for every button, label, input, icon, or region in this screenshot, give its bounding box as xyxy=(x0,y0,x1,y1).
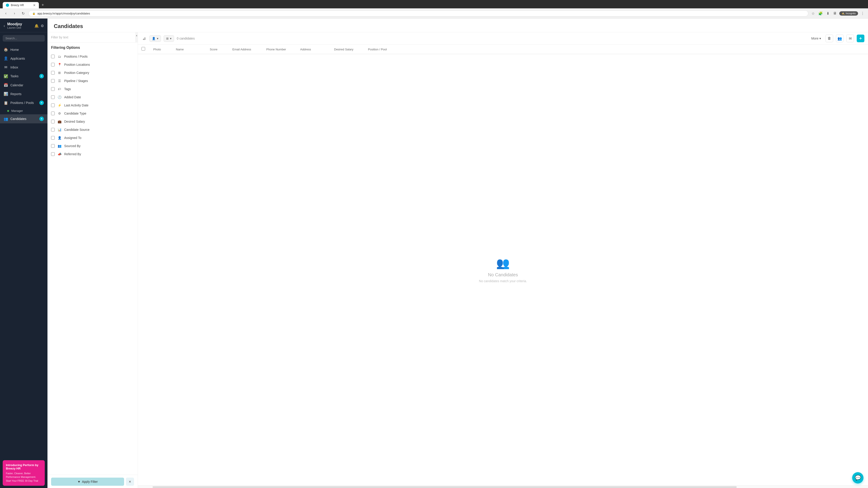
sidebar-item-home[interactable]: 🏠 Home xyxy=(0,45,48,54)
sidebar-item-label: Inbox xyxy=(10,66,18,69)
promo-card[interactable]: Introducing Perform by Breezy HR Faster,… xyxy=(3,460,45,486)
filter-checkbox-pipeline-stages[interactable] xyxy=(51,79,55,83)
filter-checkbox-positions-pools[interactable] xyxy=(51,55,55,58)
clear-filter-label: ✕ xyxy=(129,480,131,484)
tasks-badge: + xyxy=(39,74,44,78)
filter-checkbox-candidate-source[interactable] xyxy=(51,128,55,131)
grid-dropdown-arrow: ▾ xyxy=(170,37,172,40)
filter-option-pipeline-stages[interactable]: ☰ Pipeline / Stages xyxy=(48,77,138,85)
filter-option-position-locations[interactable]: 📍 Position Locations xyxy=(48,61,138,69)
url-text: app.breezy.hr/app/c/moodjoy/candidates xyxy=(37,12,90,15)
filter-checkbox-desired-salary[interactable] xyxy=(51,120,55,123)
tab-favicon xyxy=(6,4,9,7)
sidebar-item-candidates[interactable]: 👥 Candidates + xyxy=(0,114,48,123)
column-salary: Desired Salary xyxy=(331,48,365,51)
apply-filter-button[interactable]: ▼ Apply Filter xyxy=(51,478,124,486)
pipeline-icon: ☰ xyxy=(57,79,61,83)
reports-icon: 📊 xyxy=(4,92,8,96)
filter-option-desired-salary[interactable]: 💼 Desired Salary xyxy=(48,118,138,126)
filter-checkbox-last-activity[interactable] xyxy=(51,103,55,107)
filter-option-last-activity[interactable]: ⚡ Last Activity Date xyxy=(48,101,138,109)
tasks-icon: ✅ xyxy=(4,74,8,78)
more-button[interactable]: More ▾ xyxy=(809,36,823,41)
filter-text-input[interactable] xyxy=(48,32,135,42)
filter-checkbox-added-date[interactable] xyxy=(51,95,55,99)
clear-filter-button[interactable]: ✕ xyxy=(126,478,134,486)
assigned-icon: 👤 xyxy=(57,136,61,140)
column-address: Address xyxy=(298,48,331,51)
incognito-icon: 🕵 xyxy=(842,12,845,15)
person-dropdown-arrow: ▾ xyxy=(157,37,158,40)
incognito-label: Incognito xyxy=(846,12,856,15)
sidebar-item-positions-pools[interactable]: 📋 Positions / Pools + xyxy=(0,98,48,107)
filter-option-candidate-source[interactable]: 📊 Candidate Source xyxy=(48,126,138,134)
back-button[interactable]: ‹ xyxy=(3,10,9,17)
notification-icon[interactable]: 🔔 xyxy=(34,24,39,28)
tab-close-button[interactable]: ✕ xyxy=(33,3,36,7)
filter-option-label: Position Category xyxy=(64,71,89,74)
grid-view-dropdown[interactable]: ⊞ ▾ xyxy=(164,35,174,42)
filter-option-candidate-type[interactable]: ⚙ Candidate Type xyxy=(48,109,138,118)
filter-option-position-category[interactable]: ⊞ Position Category xyxy=(48,69,138,77)
chat-bubble-button[interactable]: 💬 xyxy=(852,472,864,484)
filter-option-sourced-by[interactable]: 👥 Sourced By xyxy=(48,142,138,150)
filter-option-tags[interactable]: 🏷 Tags xyxy=(48,85,138,93)
person-icon: 👤 xyxy=(152,37,156,40)
add-candidate-button[interactable]: + xyxy=(857,35,864,42)
apply-filter-label: Apply Filter xyxy=(82,480,98,484)
filter-option-referred-by[interactable]: 📣 Referred By xyxy=(48,150,138,158)
filter-option-added-date[interactable]: 🕐 Added Date xyxy=(48,93,138,101)
address-bar[interactable]: 🔒 app.breezy.hr/app/c/moodjoy/candidates xyxy=(29,10,808,17)
category-icon: ⊞ xyxy=(57,71,61,74)
filter-checkbox-candidate-type[interactable] xyxy=(51,111,55,115)
search-input[interactable] xyxy=(3,35,45,41)
scrollbar-thumb[interactable] xyxy=(153,486,737,488)
filter-checkbox-assigned-to[interactable] xyxy=(51,136,55,140)
incognito-badge: 🕵 Incognito xyxy=(839,11,858,15)
filter-option-positions-pools[interactable]: 🗂 Positions / Pools xyxy=(48,53,138,61)
filter-option-label: Candidate Source xyxy=(64,128,90,131)
sidebar-item-manager[interactable]: Manager xyxy=(4,107,48,114)
menu-icon[interactable]: ⋮ xyxy=(860,10,865,17)
settings-icon[interactable]: ⚙ xyxy=(41,24,44,28)
tags-icon: 🏷 xyxy=(57,87,61,91)
filter-checkbox-position-category[interactable] xyxy=(51,71,55,74)
person-view-dropdown[interactable]: 👤 ▾ xyxy=(149,35,161,42)
filter-checkbox-referred-by[interactable] xyxy=(51,152,55,156)
add-icon: + xyxy=(859,36,862,41)
sidebar-item-inbox[interactable]: ✉ Inbox xyxy=(0,63,48,72)
source-icon: 📊 xyxy=(57,128,61,131)
sidebar-item-reports[interactable]: 📊 Reports xyxy=(0,90,48,98)
brand-name: Moodjoy xyxy=(7,22,32,26)
extensions-icon[interactable]: 🧩 xyxy=(817,10,824,17)
grid-icon: ⊞ xyxy=(166,37,168,40)
filter-checkbox-sourced-by[interactable] xyxy=(51,144,55,148)
filter-checkbox-tags[interactable] xyxy=(51,87,55,91)
more-label: More xyxy=(811,37,818,40)
bookmark-icon[interactable]: ☆ xyxy=(811,10,815,17)
active-tab[interactable]: Breezy HR ✕ xyxy=(3,2,39,8)
filter-toggle-button[interactable]: ⊿ xyxy=(142,35,147,42)
brand-user: Lauren Dell xyxy=(7,26,32,29)
reload-button[interactable]: ↻ xyxy=(20,10,26,17)
delete-button[interactable]: 🗑 xyxy=(826,35,833,42)
sidebar-item-applicants[interactable]: 👤 Applicants xyxy=(0,54,48,63)
filter-checkbox-position-locations[interactable] xyxy=(51,63,55,66)
sidebar-search xyxy=(0,32,48,44)
sidebar-item-calendar[interactable]: 📅 Calendar xyxy=(0,80,48,90)
download-icon[interactable]: ⬇ xyxy=(826,10,830,17)
desktop-icon[interactable]: 🖥 xyxy=(832,10,837,16)
email-button[interactable]: ✉ xyxy=(846,35,854,42)
tab-title: Breezy HR xyxy=(11,4,24,7)
select-all-checkbox[interactable] xyxy=(142,47,145,51)
new-tab-button[interactable]: + xyxy=(40,2,46,8)
email-icon: ✉ xyxy=(849,36,852,41)
sidebar-item-label: Tasks xyxy=(10,74,19,78)
table-scrollbar[interactable] xyxy=(138,485,868,488)
sidebar-item-tasks[interactable]: ✅ Tasks + xyxy=(0,72,48,80)
merge-button[interactable]: 👥 xyxy=(836,35,844,42)
positions-pools-icon: 🗂 xyxy=(57,55,61,58)
filter-option-assigned-to[interactable]: 👤 Assigned To xyxy=(48,134,138,142)
sidebar-back-button[interactable]: ‹ xyxy=(4,24,5,28)
forward-button[interactable]: › xyxy=(11,10,18,17)
